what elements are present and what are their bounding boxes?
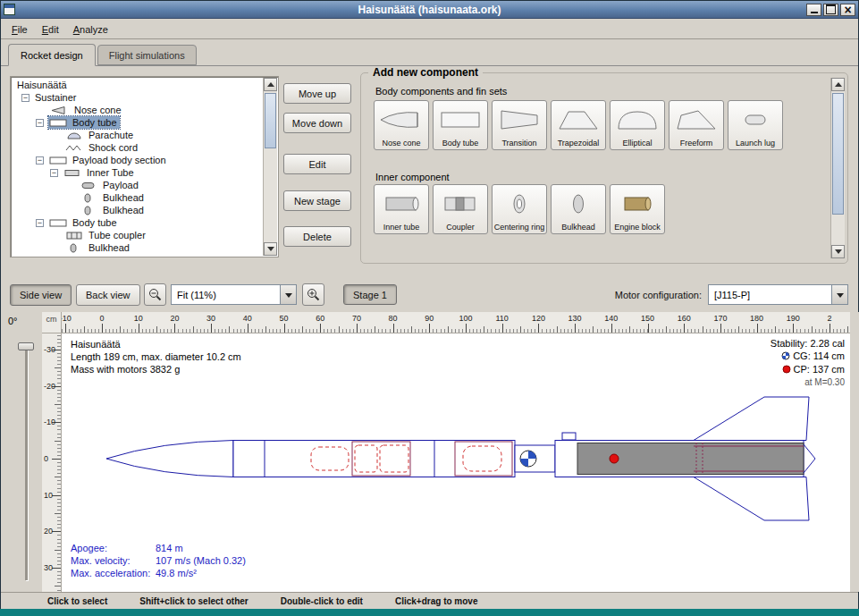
add-launch-lug-button[interactable]: Launch lug bbox=[728, 100, 783, 150]
scroll-down-button[interactable] bbox=[264, 242, 277, 256]
stage-1-toggle[interactable]: Stage 1 bbox=[343, 284, 397, 305]
ruler-tick-label: 160 bbox=[678, 314, 691, 323]
component-tree[interactable]: Haisunäätä Sustainer Nose cone Body tube… bbox=[10, 76, 279, 257]
zoom-combo[interactable]: Fit (11%) bbox=[171, 284, 297, 305]
component-panel-scrollbar[interactable] bbox=[830, 78, 845, 258]
collapse-icon[interactable] bbox=[36, 219, 44, 227]
edit-button[interactable]: Edit bbox=[283, 154, 351, 174]
rotation-slider-handle[interactable] bbox=[18, 342, 34, 350]
ruler-tick-label: 100 bbox=[459, 314, 472, 323]
ruler-tick-label: 130 bbox=[568, 314, 582, 323]
body-tube-icon bbox=[49, 118, 69, 128]
close-button[interactable] bbox=[840, 4, 855, 16]
tree-item-payload[interactable]: Payload bbox=[13, 179, 263, 191]
chevron-down-icon[interactable] bbox=[831, 285, 847, 304]
ruler-tick-label: 90 bbox=[425, 314, 434, 323]
scroll-down-button[interactable] bbox=[831, 245, 845, 258]
bulkhead-icon bbox=[65, 243, 85, 253]
ruler-tick-label: -30 bbox=[44, 345, 55, 354]
tree-scrollbar[interactable] bbox=[263, 78, 277, 256]
acceleration-label: Max. acceleration: bbox=[71, 567, 156, 579]
scroll-thumb[interactable] bbox=[832, 93, 844, 215]
tree-item-inner-tube[interactable]: Inner Tube bbox=[13, 166, 263, 179]
add-freeform-fin-button[interactable]: Freeform bbox=[669, 100, 724, 150]
horizontal-ruler: -100102030405060708090100110120130140150… bbox=[62, 312, 850, 333]
cp-icon bbox=[782, 364, 791, 376]
move-up-button[interactable]: Move up bbox=[283, 83, 351, 104]
tab-flight-simulations[interactable]: Flight simulations bbox=[97, 45, 197, 65]
tree-item-tube-coupler[interactable]: Tube coupler bbox=[13, 229, 263, 241]
zoom-in-button[interactable] bbox=[302, 283, 324, 306]
tree-item-rocket[interactable]: Haisunäätä bbox=[13, 79, 263, 91]
engine-block-icon bbox=[614, 185, 661, 223]
add-trapezoidal-fin-button[interactable]: Trapezoidal bbox=[551, 100, 606, 150]
add-body-tube-button[interactable]: Body tube bbox=[433, 100, 488, 150]
delete-button[interactable]: Delete bbox=[283, 226, 351, 247]
add-engine-block-button[interactable]: Engine block bbox=[610, 184, 665, 234]
menu-item[interactable]: File bbox=[4, 21, 35, 38]
tree-item-body-tube[interactable]: Body tube bbox=[13, 116, 263, 129]
menu-item[interactable]: Edit bbox=[35, 21, 66, 38]
add-inner-tube-button[interactable]: Inner tube bbox=[374, 184, 429, 234]
tab-rocket-design[interactable]: Rocket design bbox=[8, 44, 96, 66]
flight-stats: Apogee:814 m Max. velocity:107 m/s (Mach… bbox=[71, 542, 246, 579]
coupler-icon bbox=[437, 185, 484, 223]
minimize-button[interactable] bbox=[806, 4, 821, 16]
motor-configuration-combo[interactable]: [J115-P] bbox=[708, 284, 848, 305]
launch-lug-icon bbox=[732, 101, 779, 139]
tree-item-nose-cone[interactable]: Nose cone bbox=[13, 104, 263, 116]
ruler-tick-label: 0 bbox=[44, 454, 48, 463]
scroll-up-button[interactable] bbox=[831, 78, 845, 91]
nose-cone-icon bbox=[51, 105, 71, 115]
ruler-tick-label: -20 bbox=[44, 382, 55, 391]
back-view-button[interactable]: Back view bbox=[76, 284, 140, 306]
add-bulkhead-button[interactable]: Bulkhead bbox=[551, 184, 606, 234]
freeform-fin-icon bbox=[673, 101, 720, 139]
tree-item-shock-cord[interactable]: Shock cord bbox=[13, 141, 263, 154]
tube-coupler-icon bbox=[65, 231, 85, 240]
ruler-tick-label: 190 bbox=[787, 314, 800, 323]
maximize-button[interactable] bbox=[823, 4, 838, 16]
shock-cord-icon bbox=[65, 143, 85, 153]
scroll-up-button[interactable] bbox=[264, 78, 277, 91]
scroll-thumb[interactable] bbox=[265, 93, 276, 148]
add-coupler-button[interactable]: Coupler bbox=[433, 184, 488, 234]
inner-component-label: Inner component bbox=[375, 172, 450, 182]
elliptical-fin-icon bbox=[614, 101, 661, 139]
add-nose-cone-button[interactable]: Nose cone bbox=[374, 100, 429, 150]
rocket-view-canvas[interactable]: Haisunäätä Length 189 cm, max. diameter … bbox=[62, 333, 850, 592]
menu-item[interactable]: Analyze bbox=[66, 21, 115, 38]
tree-item-bulkhead[interactable]: Bulkhead bbox=[13, 191, 263, 204]
move-down-button[interactable]: Move down bbox=[283, 113, 351, 133]
ruler-tick-label: 180 bbox=[750, 314, 763, 323]
tree-item-parachute[interactable]: Parachute bbox=[13, 129, 263, 141]
ruler-tick-label: 10 bbox=[44, 491, 53, 500]
cp-value: CP: 137 cm bbox=[794, 364, 845, 375]
tree-item-sustainer[interactable]: Sustainer bbox=[13, 91, 263, 104]
collapse-icon[interactable] bbox=[36, 119, 44, 127]
motor-configuration-label: Motor configuration: bbox=[615, 290, 702, 300]
collapse-icon[interactable] bbox=[50, 169, 58, 177]
add-centering-ring-button[interactable]: Centering ring bbox=[492, 184, 547, 234]
rocket-view-panel: 0° cm -100102030405060708090100110120130… bbox=[1, 312, 859, 592]
add-component-panel: Add new component Body components and fi… bbox=[360, 72, 848, 264]
body-tube-icon bbox=[49, 218, 69, 228]
tree-item-body-tube-aft[interactable]: Body tube bbox=[13, 216, 263, 229]
zoom-out-button[interactable] bbox=[144, 283, 166, 306]
stability-value: Stability: 2.28 cal bbox=[771, 337, 845, 350]
body-tube-icon bbox=[437, 101, 484, 139]
collapse-icon[interactable] bbox=[21, 94, 29, 102]
new-stage-button[interactable]: New stage bbox=[283, 190, 351, 211]
tree-item-bulkhead[interactable]: Bulkhead bbox=[13, 204, 263, 216]
status-hint: Double-click to edit bbox=[281, 596, 363, 606]
collapse-icon[interactable] bbox=[36, 156, 44, 165]
side-view-button[interactable]: Side view bbox=[10, 284, 72, 306]
tree-item-payload-body-section[interactable]: Payload body section bbox=[13, 154, 263, 166]
rotation-slider-track[interactable] bbox=[25, 346, 28, 580]
add-transition-button[interactable]: Transition bbox=[492, 100, 547, 150]
add-elliptical-fin-button[interactable]: Elliptical bbox=[610, 100, 665, 150]
vertical-ruler: -30-20-100102030 bbox=[42, 333, 62, 592]
ruler-tick-label: 150 bbox=[641, 314, 654, 323]
chevron-down-icon[interactable] bbox=[280, 285, 296, 304]
tree-item-bulkhead[interactable]: Bulkhead bbox=[13, 241, 263, 254]
